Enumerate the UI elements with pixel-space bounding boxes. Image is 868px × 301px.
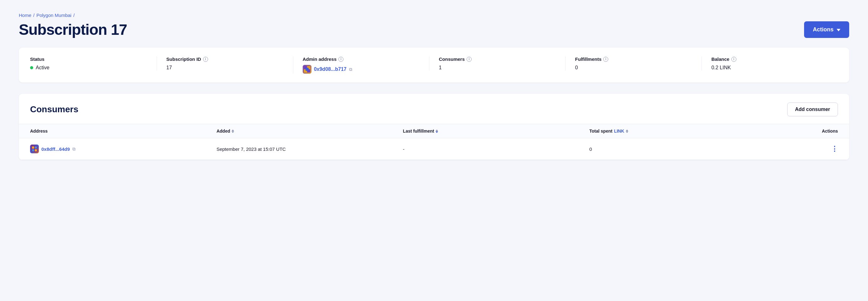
cell-actions: ⋮ — [714, 145, 838, 153]
consumers-table: Address Added Last fulfillment — [19, 124, 849, 160]
add-consumer-button[interactable]: Add consumer — [787, 102, 838, 116]
svg-rect-9 — [35, 149, 37, 151]
fulfillments-label: Fulfillments i — [575, 56, 692, 62]
total-spent-sort-icon — [626, 129, 628, 133]
status-label: Status — [30, 56, 147, 62]
consumer-avatar — [30, 145, 39, 153]
col-header-total-spent[interactable]: Total spent LINK — [589, 128, 714, 133]
breadcrumb: Home / Polygon Mumbai / — [19, 12, 849, 18]
copy-consumer-icon[interactable]: ⧉ — [72, 146, 75, 152]
breadcrumb-sep2: / — [73, 12, 74, 18]
copy-address-icon[interactable]: ⧉ — [349, 67, 352, 72]
svg-rect-6 — [32, 146, 34, 149]
breadcrumb-home[interactable]: Home — [19, 12, 31, 18]
balance-label: Balance i — [711, 56, 829, 62]
last-fulfillment-sort-icon — [436, 129, 438, 133]
admin-address-label: Admin address i — [303, 56, 420, 62]
col-header-address: Address — [30, 128, 217, 133]
info-status: Status Active — [30, 56, 157, 70]
admin-address-value: 0x9d08...b717 ⧉ — [303, 65, 420, 74]
consumers-section-title: Consumers — [30, 104, 78, 115]
page-header: Subscription 17 Actions — [19, 21, 849, 38]
info-fulfillments: Fulfillments i 0 — [565, 56, 702, 70]
table-row: 0x8dff...64d9 ⧉ September 7, 2023 at 15:… — [19, 138, 849, 160]
consumers-label: Consumers i — [439, 56, 556, 62]
status-dot-icon — [30, 66, 33, 69]
consumers-header: Consumers Add consumer — [19, 94, 849, 124]
fulfillments-info-icon[interactable]: i — [603, 57, 608, 62]
added-sort-icon — [231, 129, 234, 133]
consumers-value: 1 — [439, 65, 556, 70]
page-title: Subscription 17 — [19, 21, 127, 38]
admin-address-link[interactable]: 0x9d08...b717 — [314, 66, 347, 72]
svg-rect-8 — [32, 149, 34, 151]
cell-last-fulfillment: - — [403, 146, 589, 152]
breadcrumb-network[interactable]: Polygon Mumbai — [36, 12, 71, 18]
balance-value: 0.2 LINK — [711, 65, 829, 70]
balance-info-icon[interactable]: i — [732, 57, 736, 62]
svg-rect-4 — [306, 68, 309, 71]
subscription-id-value: 17 — [166, 65, 284, 70]
link-badge: LINK — [614, 128, 624, 133]
info-balance: Balance i 0.2 LINK — [702, 56, 838, 70]
consumer-address-link[interactable]: 0x8dff...64d9 — [41, 146, 70, 152]
col-header-added[interactable]: Added — [217, 128, 403, 133]
admin-address-info-icon[interactable]: i — [338, 57, 343, 62]
col-header-last-fulfillment[interactable]: Last fulfillment — [403, 128, 589, 133]
consumers-info-icon[interactable]: i — [467, 57, 472, 62]
col-header-actions: Actions — [714, 128, 838, 133]
actions-button[interactable]: Actions — [804, 21, 849, 38]
breadcrumb-sep1: / — [33, 12, 34, 18]
cell-added: September 7, 2023 at 15:07 UTC — [217, 146, 403, 152]
subscription-id-info-icon[interactable]: i — [203, 57, 208, 62]
cell-total-spent: 0 — [589, 146, 714, 152]
svg-rect-7 — [35, 146, 37, 149]
table-header: Address Added Last fulfillment — [19, 124, 849, 138]
info-subscription-id: Subscription ID i 17 — [157, 56, 293, 70]
info-admin-address: Admin address i 0x9d08...b717 — [293, 56, 429, 74]
subscription-id-label: Subscription ID i — [166, 56, 284, 62]
consumers-section: Consumers Add consumer Address Added Las… — [19, 94, 849, 160]
status-value: Active — [30, 65, 147, 70]
info-consumers: Consumers i 1 — [429, 56, 565, 70]
info-card: Status Active Subscription ID i 17 Ad — [19, 48, 849, 83]
fulfillments-value: 0 — [575, 65, 692, 70]
admin-address-avatar — [303, 65, 311, 74]
info-card-row: Status Active Subscription ID i 17 Ad — [30, 56, 838, 74]
row-actions-menu-icon[interactable]: ⋮ — [831, 145, 838, 153]
cell-address: 0x8dff...64d9 ⧉ — [30, 145, 217, 153]
chevron-down-icon — [837, 29, 840, 31]
actions-button-label: Actions — [813, 26, 834, 33]
